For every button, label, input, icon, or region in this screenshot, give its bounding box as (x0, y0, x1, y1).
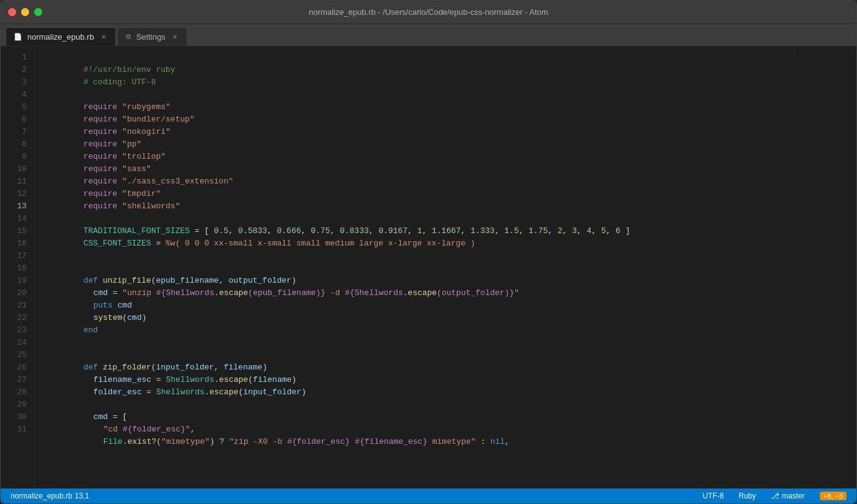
ln-23: 23 (1, 324, 34, 337)
tab-normalize-epub[interactable]: 📄 normalize_epub.rb ✕ (6, 27, 116, 46)
code-line-10: require "./sass_css3_extension" (45, 163, 794, 175)
filename-status: normalize_epub.rb (11, 492, 72, 500)
ln-13: 13 (1, 200, 34, 213)
code-line-14: TRADITIONAL_FONT_SIZES = [ 0.5, 0.5833, … (45, 213, 794, 225)
ln-28: 28 (1, 386, 34, 399)
language-label: Ruby (739, 492, 756, 500)
diff-status[interactable]: +8, −3 (817, 489, 849, 503)
code-line-22: end (45, 312, 794, 324)
language-status[interactable]: Ruby (736, 489, 758, 503)
cursor-position: 13,1 (74, 492, 89, 500)
maximize-button[interactable] (34, 8, 42, 16)
titlebar: normalize_epub.rb - /Users/carlo/Code/ep… (1, 1, 856, 24)
ln-10: 10 (1, 163, 34, 175)
window-controls (8, 8, 42, 16)
tab-label-settings: Settings (136, 32, 166, 42)
ln-18: 18 (1, 262, 34, 275)
ln-6: 6 (1, 113, 34, 126)
branch-icon: ⎇ (771, 492, 779, 500)
ln-15: 15 (1, 225, 34, 237)
file-icon: 📄 (14, 33, 22, 41)
ln-20: 20 (1, 287, 34, 299)
code-editor[interactable]: #!/usr/bin/env ruby # coding: UTF-8 requ… (35, 46, 794, 489)
tab-close-normalize[interactable]: ✕ (99, 33, 108, 42)
ln-7: 7 (1, 126, 34, 138)
code-line-8: require "trollop" (45, 138, 794, 151)
ln-1: 1 (1, 51, 34, 64)
ln-25: 25 (1, 349, 34, 361)
statusbar: normalize_epub.rb 13,1 UTF-8 Ruby ⎇ mast… (1, 489, 856, 503)
encoding-label: UTF-8 (703, 492, 724, 500)
code-line-23 (45, 324, 794, 337)
branch-label: master (782, 492, 805, 500)
close-button[interactable] (8, 8, 16, 16)
line-numbers: 1 2 3 4 5 6 7 8 9 10 11 12 13 14 15 16 1… (1, 46, 35, 489)
ln-17: 17 (1, 250, 34, 262)
ln-21: 21 (1, 299, 34, 312)
ln-27: 27 (1, 374, 34, 386)
ln-22: 22 (1, 312, 34, 324)
minimize-button[interactable] (21, 8, 29, 16)
branch-status[interactable]: ⎇ master (768, 489, 807, 503)
ln-2: 2 (1, 64, 34, 76)
statusbar-right: UTF-8 Ruby ⎇ master +8, −3 (700, 489, 849, 503)
code-line-4: require "rubygems" (45, 89, 794, 101)
window-title: normalize_epub.rb - /Users/carlo/Code/ep… (309, 7, 548, 17)
code-line-21: system(cmd) (45, 299, 794, 312)
ln-26: 26 (1, 361, 34, 374)
code-line-18: def unzip_file(epub_filename, output_fol… (45, 262, 794, 275)
tabbar: 📄 normalize_epub.rb ✕ ⚙ Settings ✕ (1, 24, 856, 46)
ln-30: 30 (1, 411, 34, 423)
ln-5: 5 (1, 101, 34, 113)
diff-badge: +8, −3 (820, 492, 846, 500)
file-position[interactable]: normalize_epub.rb 13,1 (8, 489, 92, 503)
encoding-status[interactable]: UTF-8 (700, 489, 726, 503)
settings-icon: ⚙ (125, 33, 131, 41)
ln-4: 4 (1, 89, 34, 101)
code-line-30: "cd #{folder_esc}", (45, 411, 794, 423)
ln-16: 16 (1, 237, 34, 250)
editor-container: 1 2 3 4 5 6 7 8 9 10 11 12 13 14 15 16 1… (1, 46, 856, 489)
tab-close-settings[interactable]: ✕ (171, 33, 179, 42)
code-line-29: cmd = [ (45, 399, 794, 411)
ln-12: 12 (1, 188, 34, 200)
code-line-17 (45, 250, 794, 262)
ln-19: 19 (1, 275, 34, 287)
code-line-24 (45, 337, 794, 349)
main-window: normalize_epub.rb - /Users/carlo/Code/ep… (0, 0, 857, 504)
ln-31: 31 (1, 423, 34, 436)
ln-29: 29 (1, 399, 34, 411)
ln-11: 11 (1, 175, 34, 188)
minimap (794, 46, 856, 489)
tab-label: normalize_epub.rb (27, 32, 94, 42)
code-line-1: #!/usr/bin/env ruby (45, 51, 794, 64)
ln-8: 8 (1, 138, 34, 151)
code-line-3 (45, 76, 794, 89)
code-line-25: def zip_folder(input_folder, filename) (45, 349, 794, 361)
ln-3: 3 (1, 76, 34, 89)
statusbar-left: normalize_epub.rb 13,1 (8, 489, 92, 503)
tab-settings[interactable]: ⚙ Settings ✕ (117, 27, 187, 46)
ln-9: 9 (1, 151, 34, 163)
ln-14: 14 (1, 213, 34, 225)
ln-24: 24 (1, 337, 34, 349)
